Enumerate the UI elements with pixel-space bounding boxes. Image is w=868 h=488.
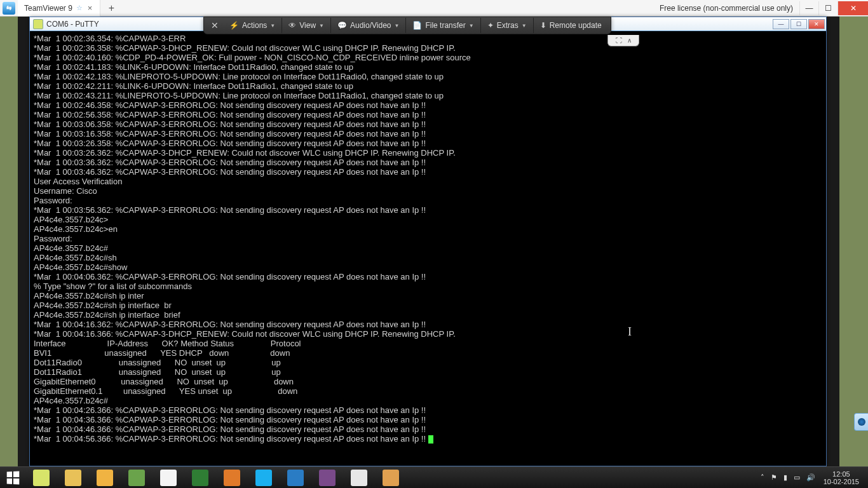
app-close-button[interactable]: ✕	[837, 1, 868, 15]
file-icon: 📄	[412, 21, 422, 30]
actions-menu[interactable]: ⚡Actions▼	[223, 18, 282, 33]
close-icon[interactable]: ×	[86, 3, 94, 13]
terminal-line: BVI1 unassigned YES DHCP down down	[34, 348, 822, 358]
view-menu[interactable]: 👁View▼	[282, 18, 331, 33]
taskbar-item-firefox[interactable]	[217, 468, 247, 488]
teamviewer-icon	[287, 470, 304, 486]
taskbar-item-outlook[interactable]	[90, 468, 120, 488]
teamviewer-panel-tab[interactable]	[854, 413, 868, 431]
remote-desktop-left-margin	[18, 17, 29, 466]
terminal-line: *Mar 1 00:03:16.358: %CAPWAP-3-ERRORLOG:…	[34, 129, 822, 139]
app-maximize-button[interactable]: ☐	[818, 1, 837, 15]
pin-icon[interactable]: ∧	[627, 37, 632, 44]
terminal-line: *Mar 1 00:02:46.358: %CAPWAP-3-ERRORLOG:…	[34, 100, 822, 110]
taskbar-item-chrome[interactable]	[153, 468, 184, 488]
chevron-down-icon: ▼	[395, 23, 400, 29]
bolt-icon: ⚡	[229, 21, 239, 30]
terminal-line: % Type "show ?" for a list of subcommand…	[34, 281, 822, 291]
taskbar-item-utility[interactable]	[376, 468, 406, 488]
notepad-icon	[351, 470, 367, 486]
terminal-line: *Mar 1 00:04:16.362: %CAPWAP-3-ERRORLOG:…	[34, 320, 822, 329]
taskbar-item-teamviewer[interactable]	[280, 468, 311, 488]
terminal-line: *Mar 1 00:03:36.362: %CAPWAP-3-ERRORLOG:…	[34, 158, 822, 167]
audio-video-menu[interactable]: 💬Audio/Video▼	[331, 18, 406, 33]
terminal-line: AP4c4e.3557.b24c#sh ip interface brief	[34, 310, 822, 320]
terminal-line: *Mar 1 00:04:46.366: %CAPWAP-3-ERRORLOG:…	[34, 424, 822, 434]
terminal-cursor	[428, 435, 433, 444]
teamviewer-badge-icon	[858, 418, 865, 426]
remote-update-button[interactable]: ⬇Remote update	[534, 18, 608, 33]
session-close-button[interactable]: ✕	[207, 20, 223, 30]
gear-icon: ✦	[487, 21, 494, 30]
chrome-icon	[160, 470, 177, 486]
tray-network-icon[interactable]: ▮	[780, 473, 790, 482]
terminal-line: Dot11Radio1 unassigned NO unset up up	[34, 367, 822, 377]
terminal-line: AP4c4e.3557.b24c#sh	[34, 253, 822, 262]
terminal-output[interactable]: *Mar 1 00:02:36.354: %CAPWAP-3-ERR *Mar …	[30, 31, 826, 466]
terminal-line: GigabitEthernet0.1 unassigned YES unset …	[34, 386, 822, 396]
terminal-line: *Mar 1 00:04:06.362: %CAPWAP-3-ERRORLOG:…	[34, 272, 822, 281]
explorer-icon	[65, 470, 81, 486]
terminal-line: *Mar 1 00:03:26.362: %CAPWAP-3-DHCP_RENE…	[34, 148, 822, 158]
taskbar-item-skype[interactable]	[248, 468, 279, 488]
extras-menu[interactable]: ✦Extras▼	[481, 18, 534, 33]
terminal-line: *Mar 1 00:02:42.211: %LINK-6-UPDOWN: Int…	[34, 81, 822, 91]
start-button[interactable]	[0, 467, 25, 489]
teamviewer-tabbar: ⇆ TeamViewer 9 ☆ × + Free license (non-c…	[0, 0, 868, 17]
taskbar-clock[interactable]: 12:05 10-02-2015	[818, 470, 864, 485]
session-toolbar-handle[interactable]: ⛶ ∧	[607, 35, 639, 46]
tray-flag-icon[interactable]: ⚑	[768, 473, 780, 482]
terminal-line: *Mar 1 00:03:06.358: %CAPWAP-3-ERRORLOG:…	[34, 119, 822, 129]
terminal-line: Username: Cisco	[34, 186, 822, 196]
new-tab-button[interactable]: +	[104, 1, 118, 15]
app-minimize-button[interactable]: —	[799, 1, 818, 15]
chevron-down-icon: ▼	[469, 23, 474, 29]
terminal-line: *Mar 1 00:04:36.366: %CAPWAP-3-ERRORLOG:…	[34, 415, 822, 424]
putty-icon	[33, 470, 50, 486]
terminal-line: AP4c4e.3557.b24c#	[34, 396, 822, 405]
terminal-line: Dot11Radio0 unassigned NO unset up up	[34, 358, 822, 367]
chevron-down-icon: ▼	[319, 23, 324, 29]
utility-icon	[383, 470, 399, 486]
terminal-line: *Mar 1 00:02:41.183: %LINK-6-UPDOWN: Int…	[34, 62, 822, 72]
skype-icon	[255, 470, 272, 486]
taskbar-item-winscp[interactable]	[121, 468, 152, 488]
terminal-line: Password:	[34, 234, 822, 243]
taskbar-item-winrar[interactable]	[312, 468, 342, 488]
tray-battery-icon[interactable]: ▭	[790, 473, 803, 482]
terminal-line: *Mar 1 00:03:26.358: %CAPWAP-3-ERRORLOG:…	[34, 139, 822, 148]
tray-chevron-up-icon[interactable]: ˄	[757, 473, 768, 482]
terminal-line: *Mar 1 00:02:56.358: %CAPWAP-3-ERRORLOG:…	[34, 110, 822, 119]
taskbar-item-notepad[interactable]	[344, 468, 374, 488]
winscp-icon	[128, 470, 145, 486]
putty-maximize-button[interactable]: ☐	[790, 19, 807, 29]
terminal-line: User Access Verification	[34, 177, 822, 186]
terminal-line: AP4c4e.3557.b24c#sh ip interface br	[34, 301, 822, 310]
outlook-icon	[97, 470, 113, 486]
system-tray: ˄ ⚑ ▮ ▭ 🔊 12:05 10-02-2015	[757, 470, 868, 485]
terminal-line: *Mar 1 00:02:43.211: %LINEPROTO-5-UPDOWN…	[34, 91, 822, 100]
fullscreen-icon[interactable]: ⛶	[616, 37, 622, 44]
windows-logo-icon	[7, 471, 20, 484]
file-transfer-menu[interactable]: 📄File transfer▼	[406, 18, 480, 33]
terminal-line: *Mar 1 00:03:56.362: %CAPWAP-3-ERRORLOG:…	[34, 205, 822, 215]
terminal-line: Interface IP-Address OK? Method Status P…	[34, 339, 822, 348]
eye-icon: 👁	[288, 21, 296, 30]
license-label: Free license (non-commercial use only)	[653, 4, 799, 13]
star-icon[interactable]: ☆	[76, 4, 83, 12]
taskbar-item-putty[interactable]	[26, 468, 57, 488]
remote-cursor-icon: I	[628, 325, 632, 339]
clock-date: 10-02-2015	[824, 478, 859, 485]
putty-close-button[interactable]: ✕	[808, 19, 825, 29]
teamviewer-logo-icon: ⇆	[3, 2, 15, 15]
terminal-line: *Mar 1 00:04:16.366: %CAPWAP-3-DHCP_RENE…	[34, 329, 822, 339]
teamviewer-tab[interactable]: TeamViewer 9 ☆ ×	[18, 0, 100, 17]
putty-minimize-button[interactable]: —	[773, 19, 789, 29]
taskbar-item-excel[interactable]	[185, 468, 215, 488]
taskbar-item-explorer[interactable]	[58, 468, 88, 488]
download-icon: ⬇	[540, 21, 546, 30]
terminal-line: GigabitEthernet0 unassigned NO unset up …	[34, 377, 822, 386]
chevron-down-icon: ▼	[270, 23, 275, 29]
terminal-line: *Mar 1 00:02:36.354: %CAPWAP-3-ERR	[34, 34, 822, 43]
tray-volume-icon[interactable]: 🔊	[803, 473, 818, 482]
